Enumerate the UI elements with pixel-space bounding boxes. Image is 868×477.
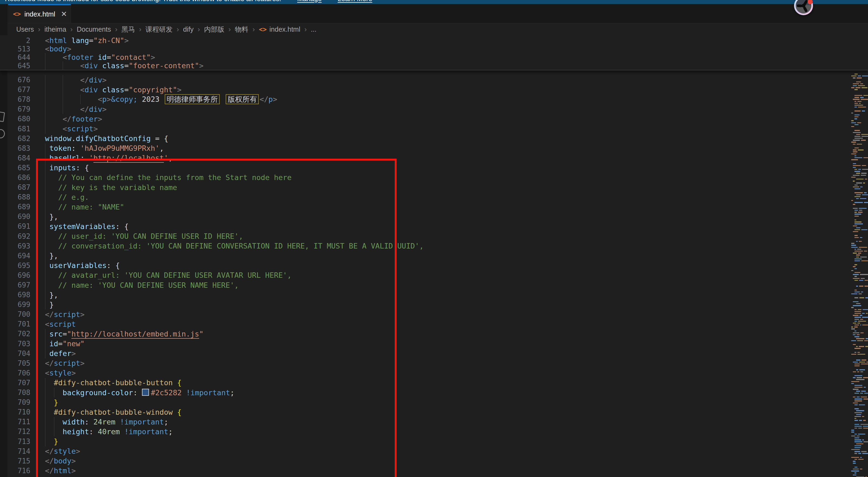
- banner-learn-more-link[interactable]: Learn More: [338, 0, 372, 2]
- code-token: >: [102, 76, 106, 84]
- close-icon[interactable]: ✕: [61, 10, 67, 19]
- minimap-line: [851, 375, 868, 377]
- code-line[interactable]: 2<html lang="zh-CN">: [0, 36, 868, 45]
- code-token: &copy;: [111, 95, 137, 103]
- minimap-line: [851, 151, 868, 153]
- line-number[interactable]: 2: [0, 37, 30, 45]
- minimap-line: [851, 229, 868, 231]
- code-line[interactable]: 680 </footer>: [0, 114, 868, 124]
- minimap-line: [851, 398, 868, 400]
- breadcrumb-item-dify[interactable]: dify: [183, 26, 194, 33]
- code-line[interactable]: 681 <script>: [0, 124, 868, 133]
- minimap-line: [851, 155, 868, 157]
- minimap-line: [851, 122, 868, 124]
- code-text[interactable]: </footer>: [30, 115, 102, 123]
- minimap-line: [851, 168, 868, 170]
- minimap[interactable]: [851, 70, 868, 477]
- code-line[interactable]: 645 <div class="footer-content">: [0, 62, 868, 70]
- breadcrumb-item-[interactable]: 物料: [235, 25, 248, 34]
- code-line[interactable]: 644 <footer id="contact">: [0, 53, 868, 62]
- code-text[interactable]: </div>: [30, 76, 107, 84]
- line-number[interactable]: 645: [0, 62, 30, 70]
- code-token: =: [124, 86, 129, 94]
- minimap-line: [851, 468, 868, 470]
- minimap-line: [851, 161, 868, 163]
- minimap-line: [851, 196, 868, 198]
- code-text[interactable]: <p>&copy; 2023 明德律师事务所 版权所有</p>: [30, 95, 277, 104]
- minimap-line: [851, 415, 868, 417]
- code-token: [98, 86, 102, 94]
- line-number[interactable]: 513: [0, 45, 30, 53]
- breadcrumb-separator: ›: [304, 25, 307, 34]
- code-text[interactable]: <div class="footer-content">: [30, 62, 204, 70]
- minimap-line: [851, 256, 868, 258]
- code-text[interactable]: <script>: [30, 125, 98, 133]
- code-text[interactable]: <html lang="zh-CN">: [30, 36, 129, 45]
- minimap-line: [851, 291, 868, 293]
- minimap-line: [851, 449, 868, 450]
- minimap-line: [851, 96, 868, 98]
- code-line[interactable]: 682window.difyChatbotConfig = {: [0, 134, 868, 143]
- minimap-line: [851, 326, 868, 328]
- breadcrumb-item-[interactable]: 内部版: [204, 25, 224, 34]
- code-token: .: [71, 134, 76, 143]
- minimap-line: [851, 83, 868, 85]
- code-line[interactable]: 679 </div>: [0, 104, 868, 114]
- minimap-line: [851, 474, 868, 476]
- minimap-line: [851, 198, 868, 200]
- minimap-line: [851, 312, 868, 314]
- html-file-icon: <>: [13, 10, 21, 18]
- breadcrumb-item-[interactable]: 黑马: [121, 25, 135, 34]
- breadcrumb-item-Users[interactable]: Users: [16, 26, 34, 33]
- code-text[interactable]: <div class="copyright">: [30, 86, 182, 94]
- line-number[interactable]: 644: [0, 53, 30, 62]
- code-line[interactable]: 676 </div>: [0, 75, 868, 85]
- minimap-line: [851, 118, 868, 120]
- minimap-line: [851, 128, 868, 129]
- minimap-line: [851, 340, 868, 342]
- code-text[interactable]: <body>: [30, 45, 71, 53]
- code-line[interactable]: 677 <div class="copyright">: [0, 85, 868, 95]
- code-text[interactable]: window.difyChatbotConfig = {: [30, 134, 168, 143]
- clipped-icon: [0, 129, 5, 138]
- minimap-line: [851, 425, 868, 427]
- minimap-line: [851, 371, 868, 373]
- minimap-line: [851, 244, 868, 246]
- code-line[interactable]: 683 token: 'hAJowP9uMMG9PRxh',: [0, 143, 868, 153]
- minimap-line: [851, 408, 868, 410]
- code-token: <: [80, 62, 85, 70]
- code-token: lang: [71, 36, 89, 45]
- minimap-line: [851, 330, 868, 332]
- minimap-line: [851, 463, 868, 464]
- breadcrumb-item-itheima[interactable]: itheima: [44, 26, 66, 33]
- minimap-line: [851, 281, 868, 283]
- minimap-line: [851, 310, 868, 312]
- code-token: >: [199, 62, 204, 70]
- tab-index-html[interactable]: <> index.html ✕: [8, 4, 71, 23]
- code-token: >: [151, 53, 155, 62]
- code-editor[interactable]: 676 </div>677 <div class="copyright">678…: [0, 35, 868, 477]
- breadcrumb-item-[interactable]: ...: [311, 26, 316, 33]
- breadcrumb-item-[interactable]: 课程研发: [146, 25, 173, 34]
- minimap-line: [851, 242, 868, 244]
- minimap-line: [851, 390, 868, 392]
- code-text[interactable]: </div>: [30, 105, 107, 113]
- minimap-line: [851, 347, 868, 349]
- minimap-line: [851, 217, 868, 219]
- sticky-scroll[interactable]: 2<html lang="zh-CN">513<body>644 <footer…: [0, 35, 868, 70]
- minimap-line: [851, 309, 868, 310]
- minimap-line: [851, 209, 868, 211]
- code-line[interactable]: 678 <p>&copy; 2023 明德律师事务所 版权所有</p>: [0, 95, 868, 104]
- breadcrumb-item-indexhtml[interactable]: <>index.html: [259, 26, 301, 33]
- breadcrumb-item-Documents[interactable]: Documents: [77, 26, 111, 33]
- code-text[interactable]: <footer id="contact">: [30, 53, 155, 62]
- minimap-line: [851, 412, 868, 414]
- breadcrumb-separator: ›: [228, 25, 231, 34]
- code-line[interactable]: 513<body>: [0, 45, 868, 53]
- code-text[interactable]: token: 'hAJowP9uMMG9PRxh',: [30, 144, 164, 152]
- indent-guide: [63, 75, 63, 85]
- minimap-line: [851, 322, 868, 324]
- minimap-line: [851, 172, 868, 174]
- banner-manage-link[interactable]: Manage: [297, 0, 321, 2]
- minimap-line: [851, 135, 868, 137]
